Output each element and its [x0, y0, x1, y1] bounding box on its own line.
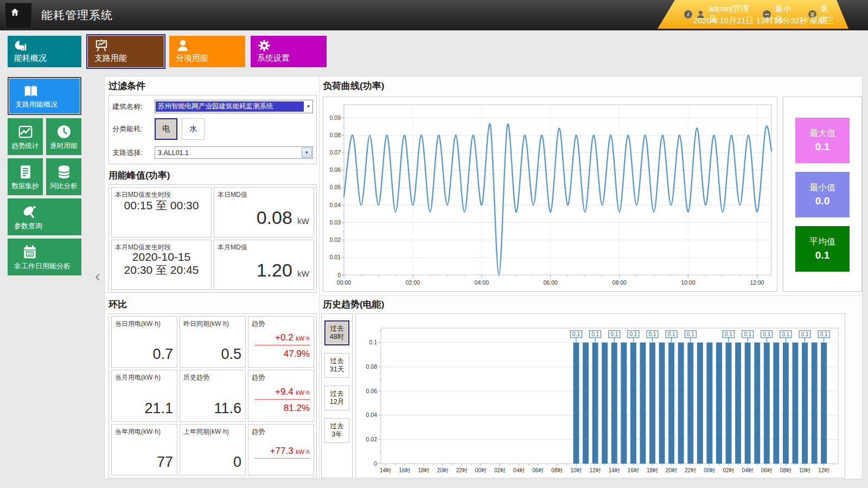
svg-text:20时: 20时	[666, 467, 677, 473]
sidebar-item-nonworkday-analysis[interactable]: 12非工作日用能分析	[8, 239, 81, 275]
svg-text:0.1: 0.1	[369, 339, 377, 345]
svg-text:16时: 16时	[399, 467, 410, 473]
home-icon	[10, 8, 27, 24]
svg-text:0.1: 0.1	[820, 331, 828, 337]
tab-label: 系统设置	[257, 53, 290, 63]
book-icon	[23, 84, 39, 100]
sidebar-item-hourly-energy[interactable]: 逐时用能	[46, 118, 81, 155]
md-cell-label: 本月MD值	[218, 243, 247, 252]
svg-text:0.1: 0.1	[782, 331, 789, 337]
tab-subitem-energy[interactable]: 分项用能	[169, 36, 245, 67]
sidebar-item-label: 同比分析	[46, 182, 81, 191]
trend-percent: 81.2%	[284, 403, 310, 414]
sidebar-item-branch-overview[interactable]: 支路用能概况	[8, 77, 81, 115]
svg-text:0.06: 0.06	[366, 388, 378, 394]
md-cell-value: 0.08 kW	[257, 207, 309, 228]
svg-text:0.02: 0.02	[330, 236, 341, 243]
satellite-icon	[22, 204, 38, 220]
sidebar-collapse-button[interactable]: ‹	[91, 267, 104, 286]
svg-text:12: 12	[28, 252, 32, 256]
history-chart-svg: 00.020.040.060.080.114时16时18时20时22时00时02…	[356, 314, 845, 478]
sidebar-item-trend-stats[interactable]: 趋势统计	[8, 118, 43, 155]
md-cell-month-md-period: 本月MD值发生时段2020-10-1520:30 至 20:45	[111, 240, 212, 290]
sidebar-item-data-readout[interactable]: 数据集抄	[8, 158, 43, 195]
ring-cell-value: 0	[233, 454, 241, 471]
svg-text:0.1: 0.1	[591, 331, 599, 337]
building-select[interactable]: 苏州智能电网产业园建筑能耗监测系统 ▼	[155, 100, 313, 113]
range-button-past-3y[interactable]: 过去 3年	[324, 418, 349, 443]
user-badge: i admin|管理员 最小化 退出 2020年10月21日 13时13分32秒…	[658, 0, 848, 29]
svg-text:0.1: 0.1	[687, 331, 694, 337]
svg-text:0.01: 0.01	[330, 254, 341, 260]
svg-text:10:00: 10:00	[681, 279, 695, 286]
chevron-down-icon[interactable]: ▼	[304, 104, 312, 109]
svg-text:00:00: 00:00	[337, 279, 351, 286]
stats-panel: 最大值0.1最小值0.0平均值0.1	[783, 97, 862, 292]
ring-cell-label: 趋势	[252, 319, 265, 329]
svg-text:0.1: 0.1	[763, 331, 770, 337]
range-button-past-31d[interactable]: 过去 31天	[324, 353, 349, 378]
ring-cell-r2c1: 当月用电(kW·h)21.1	[111, 370, 177, 421]
svg-text:08:00: 08:00	[612, 279, 627, 286]
svg-text:18时: 18时	[647, 467, 658, 473]
svg-text:0.1: 0.1	[668, 331, 675, 337]
svg-text:02:00: 02:00	[406, 279, 420, 286]
vertical-divider	[319, 76, 320, 479]
stat-avg: 平均值0.1	[795, 226, 850, 272]
home-button[interactable]	[5, 3, 32, 29]
svg-text:02时: 02时	[723, 467, 734, 473]
stat-label: 最小值	[809, 182, 835, 194]
stat-value: 0.1	[815, 249, 829, 261]
svg-text:0.03: 0.03	[330, 219, 341, 226]
tab-branch-energy[interactable]: 支路用能	[88, 36, 164, 67]
tab-energy-overview[interactable]: 能耗概况	[8, 36, 81, 67]
ring-cell-label: 趋势	[252, 427, 265, 436]
sidebar-item-label: 数据集抄	[8, 182, 43, 191]
tab-system-settings[interactable]: 系统设置	[251, 36, 327, 67]
ring-cell-r3c1: 当年用电(kW·h)77	[111, 424, 177, 476]
ring-cell-label: 趋势	[252, 373, 265, 382]
calendar-icon: 12	[22, 244, 38, 260]
pie-chart-icon	[14, 38, 28, 53]
ring-cell-label: 昨日同期(kW·h)	[183, 319, 229, 329]
stat-min: 最小值0.0	[795, 172, 850, 217]
svg-text:0.08: 0.08	[366, 363, 378, 370]
ring-cell-value: 77	[157, 454, 173, 471]
sidebar-item-yoy-analysis[interactable]: 同比分析	[46, 158, 81, 195]
svg-text:12时: 12时	[590, 467, 601, 473]
svg-text:14时: 14时	[380, 467, 391, 473]
building-select-value: 苏州智能电网产业园建筑能耗监测系统	[156, 101, 304, 112]
md-cell-today-md-period: 本日MD值发生时段00:15 至 00:30	[111, 187, 212, 237]
history-section-title: 历史趋势(电能)	[323, 298, 384, 311]
svg-text:20时: 20时	[437, 467, 449, 473]
stat-label: 最大值	[809, 128, 835, 139]
chevron-down-icon[interactable]: ▼	[302, 147, 312, 158]
svg-text:06时: 06时	[761, 467, 773, 473]
sidebar-item-label: 逐时用能	[46, 142, 81, 151]
category-button-water[interactable]: 水	[182, 118, 205, 140]
svg-text:0.02: 0.02	[366, 436, 378, 442]
svg-text:10时: 10时	[570, 467, 582, 473]
svg-text:0.05: 0.05	[330, 184, 341, 190]
trend-divider	[255, 345, 310, 345]
svg-text:0.1: 0.1	[744, 331, 751, 337]
page-root: 能耗管理系统 i admin|管理员 最小化 退出 2020年10月21日 13…	[0, 0, 868, 488]
md-cell-period: 00:15 至 00:30	[112, 198, 211, 213]
trend-divider	[255, 458, 310, 459]
stat-max: 最大值0.1	[795, 118, 850, 163]
sidebar-item-param-query[interactable]: 参数查询	[8, 198, 81, 235]
ring-section-title: 环比	[108, 298, 127, 311]
ring-cell-value: 21.1	[144, 400, 173, 417]
svg-text:06时: 06时	[532, 467, 544, 473]
load-curve-title: 负荷曲线(功率)	[323, 80, 384, 92]
ring-cell-value: 0.7	[152, 346, 173, 363]
range-button-past-12m[interactable]: 过去 12月	[324, 386, 349, 410]
branch-select[interactable]: 3.ALL01.1 ▼	[155, 146, 313, 159]
datetime-text: 2020年10月21日 13时13分32秒 星期三	[684, 16, 842, 26]
category-button-electricity[interactable]: 电	[155, 118, 177, 140]
sidebar-item-label: 支路用能概况	[15, 100, 80, 110]
svg-text:12时: 12时	[818, 467, 829, 473]
range-button-past-48h[interactable]: 过去 48时	[324, 320, 349, 345]
svg-text:10时: 10时	[799, 467, 810, 473]
ring-cell-r2c3: 趋势+9.4 kW·h81.2%	[248, 370, 314, 421]
